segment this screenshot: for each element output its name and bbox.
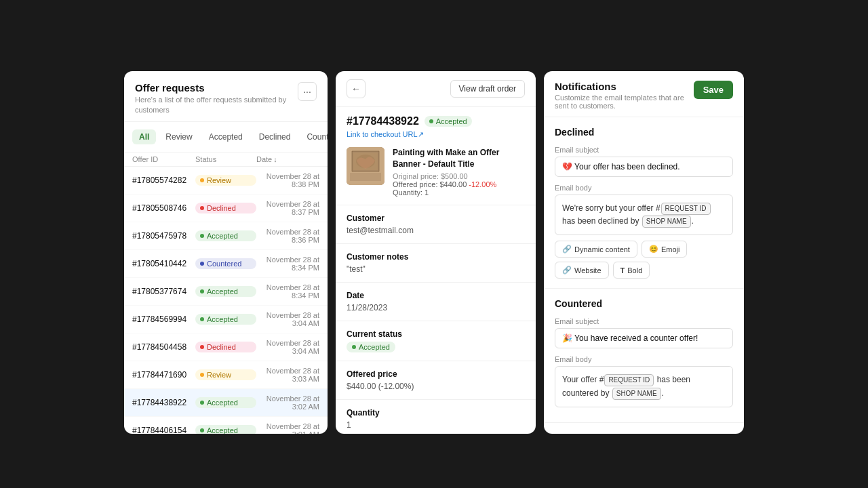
filter-tab-declined[interactable]: Declined (252, 129, 298, 144)
request-id-tag-countered[interactable]: REQUEST ID (604, 374, 654, 386)
status-dot-icon (352, 345, 356, 349)
table-header: Offer ID Status Date ↓ (124, 152, 328, 167)
dynamic-content-label: Dynamic content (574, 245, 630, 253)
order-status-badge: Accepted (425, 116, 472, 127)
filter-tab-all[interactable]: All (132, 129, 156, 144)
accepted-dot-icon (429, 119, 433, 123)
table-body: #17805574282 Review November 28 at 8:38 … (124, 167, 328, 434)
declined-email-subject-input[interactable] (555, 157, 733, 177)
left-panel-header: Offer requests Here's a list of the offe… (124, 71, 328, 122)
table-row[interactable]: #17784569994 Accepted November 28 at 3:0… (124, 306, 328, 333)
website-button[interactable]: 🔗 Website (555, 262, 609, 279)
filter-tab-review[interactable]: Review (159, 129, 199, 144)
dynamic-content-button[interactable]: 🔗 Dynamic content (555, 241, 637, 258)
table-row[interactable]: #17805377674 Accepted November 28 at 8:3… (124, 278, 328, 306)
accepted-dot-icon (200, 317, 204, 321)
order-id: #17784438922 (347, 115, 419, 127)
declined-dot-icon (200, 206, 204, 210)
emoji-button[interactable]: 😊 Emoji (642, 241, 688, 258)
offer-id-cell: #17805574282 (132, 176, 195, 185)
product-quantity: Quantity: 1 (393, 188, 525, 197)
bold-button[interactable]: T Bold (613, 262, 650, 279)
current-status-value: Accepted (347, 342, 525, 352)
accepted-dot-icon (200, 401, 204, 405)
order-meta: #17784438922 Accepted Link to checkout U… (336, 107, 536, 139)
offer-id-cell: #17784471690 (132, 370, 195, 380)
checkout-link[interactable]: Link to checkout URL↗ (347, 130, 525, 139)
website-label: Website (574, 266, 601, 274)
emoji-label: Emoji (661, 245, 680, 253)
quantity-value: 1 (347, 420, 525, 430)
table-row[interactable]: #17805574282 Review November 28 at 8:38 … (124, 167, 328, 195)
countered-section: Countered Email subject Email body Your … (544, 289, 744, 422)
status-badge: Accepted (195, 397, 256, 408)
countered-email-subject-label: Email subject (555, 317, 733, 325)
countered-email-subject-input[interactable] (555, 328, 733, 348)
date-cell: November 28 at 8:34 PM (256, 256, 319, 272)
countered-email-body-label: Email body (555, 355, 733, 363)
status-badge: Review (195, 369, 256, 380)
declined-dot-icon (200, 345, 204, 349)
bold-icon: T (620, 266, 625, 274)
more-options-button[interactable]: ··· (298, 82, 317, 101)
offer-id-cell: #17784406154 (132, 426, 195, 434)
table-row[interactable]: #17805508746 Declined November 28 at 8:3… (124, 195, 328, 222)
notifications-title-group: Notifications Customize the email templa… (555, 81, 694, 110)
table-row[interactable]: #17784406154 Accepted November 28 at 3:0… (124, 417, 328, 434)
save-button[interactable]: Save (694, 81, 733, 99)
table-row[interactable]: #17784504458 Declined November 28 at 3:0… (124, 333, 328, 361)
shop-name-tag-countered[interactable]: SHOP NAME (612, 388, 661, 400)
product-name: Painting with Make an Offer Banner - Def… (393, 147, 525, 170)
status-badge: Declined (195, 203, 256, 214)
filter-tab-accepted[interactable]: Accepted (202, 129, 250, 144)
declined-title: Declined (555, 127, 733, 138)
panel-title: Offer requests (135, 82, 298, 94)
current-status-badge: Accepted (347, 342, 395, 352)
table-row[interactable]: #17784438922 Accepted November 28 at 3:0… (124, 389, 328, 417)
status-badge: Review (195, 175, 256, 186)
sort-arrow-icon: ↓ (273, 155, 277, 163)
request-id-tag-declined[interactable]: REQUEST ID (661, 203, 711, 215)
customer-value: test@testmail.com (347, 226, 525, 235)
status-text: Accepted (207, 232, 238, 240)
filter-row: All Review Accepted Declined Counter ⇅ (124, 122, 328, 152)
customer-notes-label: Customer notes (347, 252, 525, 262)
status-badge: Countered (195, 258, 256, 269)
offer-id-cell: #17805377674 (132, 287, 195, 296)
status-text: Accepted (207, 399, 238, 407)
table-row[interactable]: #17805410442 Countered November 28 at 8:… (124, 250, 328, 278)
offer-id-cell: #17805410442 (132, 259, 195, 268)
status-badge: Accepted (195, 425, 256, 434)
left-panel-title-group: Offer requests Here's a list of the offe… (135, 82, 298, 116)
date-cell: November 28 at 8:38 PM (256, 172, 319, 188)
status-badge: Accepted (195, 230, 256, 241)
product-thumbnail (347, 147, 384, 185)
status-text: Review (207, 176, 231, 184)
table-row[interactable]: #17784471690 Review November 28 at 3:03 … (124, 361, 328, 389)
offer-id-cell: #17805475978 (132, 231, 195, 241)
current-status-text: Accepted (359, 343, 390, 351)
date-cell: November 28 at 8:37 PM (256, 200, 319, 216)
date-label: Date (347, 291, 525, 300)
status-text: Declined (207, 343, 236, 351)
status-text: Review (207, 371, 231, 379)
view-draft-button[interactable]: View draft order (450, 80, 526, 98)
declined-action-buttons: 🔗 Dynamic content 😊 Emoji 🔗 Website T Bo… (555, 241, 733, 279)
customer-notes-value: "test" (347, 264, 525, 274)
accepted-dot-icon (200, 289, 204, 293)
filter-tab-counter[interactable]: Counter (300, 129, 328, 144)
right-panel: Notifications Customize the email templa… (544, 71, 744, 434)
review-dot-icon (200, 373, 204, 377)
status-text: Countered (207, 260, 241, 268)
back-button[interactable]: ← (347, 79, 366, 98)
date-cell: November 28 at 3:02 AM (256, 394, 319, 411)
status-text: Declined (207, 204, 236, 212)
offer-id-cell: #17805508746 (132, 203, 195, 213)
offered-price-section: Offered price $440.00 (-12.00%) (336, 361, 536, 400)
status-text: Accepted (207, 315, 238, 323)
shop-name-tag-declined[interactable]: SHOP NAME (642, 216, 691, 228)
emoji-icon: 😊 (649, 245, 658, 253)
accepted-dot-icon (200, 234, 204, 238)
table-row[interactable]: #17805475978 Accepted November 28 at 8:3… (124, 222, 328, 250)
countered-dot-icon (200, 262, 204, 266)
